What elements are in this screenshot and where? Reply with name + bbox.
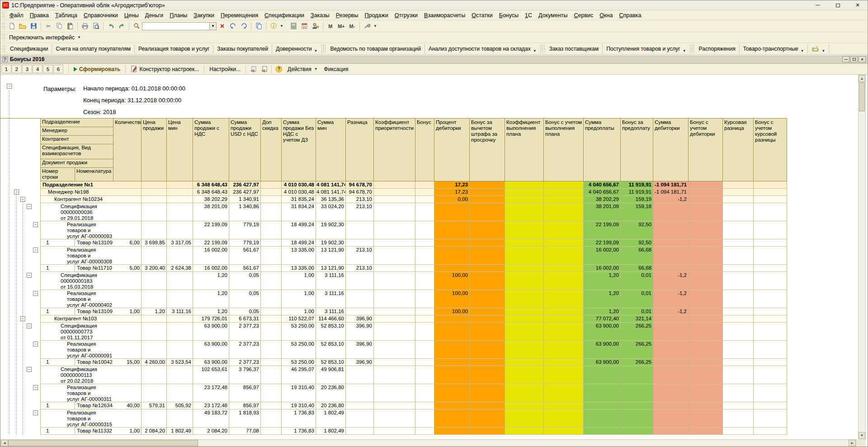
data-cell[interactable]: [374, 384, 415, 402]
data-cell[interactable]: 1 340,91: [229, 196, 261, 203]
data-cell[interactable]: [434, 409, 470, 428]
data-cell[interactable]: [505, 315, 544, 323]
data-cell[interactable]: [584, 384, 621, 402]
data-cell[interactable]: [346, 239, 374, 247]
data-cell[interactable]: [374, 221, 415, 239]
group-label-cell[interactable]: Контрагент №103: [41, 315, 114, 323]
data-cell[interactable]: 236 427,97: [229, 181, 261, 189]
horizontal-scroll-thumb[interactable]: [8, 440, 198, 446]
data-cell[interactable]: [415, 265, 434, 272]
data-cell[interactable]: [434, 221, 470, 239]
data-cell[interactable]: 1 802,49: [167, 428, 193, 435]
data-cell[interactable]: [167, 409, 193, 428]
data-cell[interactable]: [346, 272, 374, 290]
report-close-button[interactable]: ✕: [859, 56, 866, 62]
data-cell[interactable]: 16 002,00: [584, 247, 621, 265]
data-cell[interactable]: 22 199,09: [193, 239, 229, 247]
data-cell[interactable]: [470, 221, 505, 239]
data-cell[interactable]: [754, 384, 787, 402]
paste-button[interactable]: [65, 21, 75, 31]
data-cell[interactable]: [167, 272, 193, 290]
data-cell[interactable]: 4 081 141,74: [316, 189, 346, 196]
data-cell[interactable]: [113, 366, 142, 384]
data-cell[interactable]: [754, 265, 787, 272]
data-cell[interactable]: [415, 402, 434, 409]
row-number-cell[interactable]: 1: [41, 265, 75, 272]
data-cell[interactable]: [261, 359, 282, 366]
group-label-cell[interactable]: Реализация товаров и услуг АГ-00000311 о…: [41, 384, 114, 402]
data-cell[interactable]: [415, 384, 434, 402]
data-cell[interactable]: 38 201,09: [584, 203, 621, 221]
data-cell[interactable]: [261, 221, 282, 239]
data-cell[interactable]: 1,20: [584, 308, 621, 315]
save-button[interactable]: [28, 21, 38, 31]
data-cell[interactable]: [470, 189, 505, 196]
data-cell[interactable]: [754, 196, 787, 203]
group-collapse-toggle[interactable]: −: [33, 410, 38, 415]
data-cell[interactable]: 505,92: [167, 402, 193, 409]
data-cell[interactable]: 92,50: [621, 221, 653, 239]
group-collapse-toggle[interactable]: −: [27, 273, 32, 278]
data-cell[interactable]: 4 010 030,48: [282, 181, 316, 189]
combo-dropdown-button[interactable]: ▼: [210, 22, 217, 30]
data-cell[interactable]: 3 200,40: [142, 265, 167, 272]
toolbar-grip[interactable]: [3, 33, 5, 41]
menu-item-Остатки[interactable]: Остатки: [468, 11, 495, 19]
data-cell[interactable]: 1,00: [282, 308, 316, 315]
data-cell[interactable]: [142, 341, 167, 359]
data-cell[interactable]: [374, 290, 415, 308]
data-cell[interactable]: [689, 196, 723, 203]
data-cell[interactable]: [689, 181, 723, 189]
data-cell[interactable]: 4 081 141,74: [316, 181, 346, 189]
nomenclature-cell[interactable]: Товар №13109: [75, 308, 114, 315]
data-cell[interactable]: [167, 196, 193, 203]
group-collapse-toggle[interactable]: −: [33, 342, 38, 347]
group-collapse-toggle[interactable]: −: [33, 247, 38, 252]
data-cell[interactable]: [689, 265, 723, 272]
data-cell[interactable]: 1 802,49: [316, 428, 346, 435]
data-cell[interactable]: [754, 323, 787, 341]
data-cell[interactable]: [584, 366, 621, 384]
menu-item-Документы[interactable]: Документы: [535, 11, 571, 19]
maximize-button[interactable]: [828, 0, 848, 10]
data-cell[interactable]: [653, 341, 689, 359]
data-cell[interactable]: 100,00: [434, 290, 470, 308]
nomenclature-cell[interactable]: Товар №13109: [75, 239, 114, 247]
data-cell[interactable]: [723, 221, 754, 239]
data-cell[interactable]: 46 295,07: [282, 366, 316, 384]
settings-button[interactable]: Настройки...: [206, 65, 244, 73]
data-cell[interactable]: [544, 341, 584, 359]
data-cell[interactable]: 52 853,10: [316, 359, 346, 366]
data-cell[interactable]: 1,00: [113, 308, 142, 315]
data-cell[interactable]: [689, 203, 723, 221]
data-cell[interactable]: 66,68: [621, 247, 653, 265]
vertical-scrollbar[interactable]: ▲ ▼: [858, 75, 866, 439]
data-cell[interactable]: [142, 272, 167, 290]
data-cell[interactable]: 100,00: [434, 272, 470, 290]
data-cell[interactable]: [723, 402, 754, 409]
data-cell[interactable]: 3 111,16: [316, 272, 346, 290]
data-cell[interactable]: 266,25: [621, 359, 653, 366]
calculator-button[interactable]: [289, 21, 299, 31]
data-cell[interactable]: [754, 203, 787, 221]
data-cell[interactable]: [415, 315, 434, 323]
data-cell[interactable]: [346, 402, 374, 409]
data-cell[interactable]: [689, 189, 723, 196]
data-cell[interactable]: [544, 290, 584, 308]
data-cell[interactable]: [754, 221, 787, 239]
data-cell[interactable]: [754, 189, 787, 196]
data-cell[interactable]: [505, 265, 544, 272]
data-cell[interactable]: 1,20: [193, 272, 229, 290]
data-cell[interactable]: 2 377,23: [229, 323, 261, 341]
memory-button-М+[interactable]: М+: [336, 21, 346, 31]
scroll-left-arrow[interactable]: ◄: [1, 440, 8, 446]
data-cell[interactable]: [434, 428, 470, 435]
data-cell[interactable]: [754, 290, 787, 308]
tools-button[interactable]: [362, 21, 372, 31]
data-cell[interactable]: 2 084,20: [193, 428, 229, 435]
data-cell[interactable]: [544, 265, 584, 272]
data-cell[interactable]: [505, 409, 544, 428]
data-cell[interactable]: [544, 221, 584, 239]
data-cell[interactable]: [505, 272, 544, 290]
quickbar-button-заказ-поставщикам[interactable]: Заказ поставщикам: [546, 44, 603, 53]
